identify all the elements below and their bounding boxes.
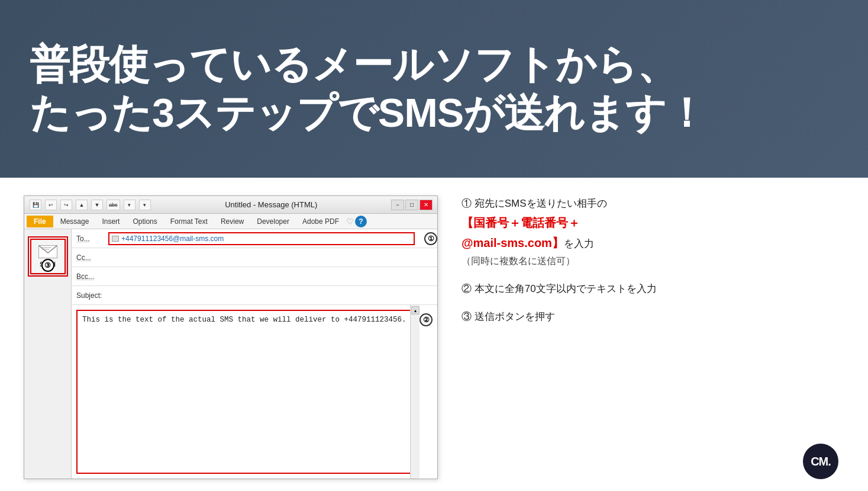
compose-body: Send ③ To... +447911123456@mail-sms.com bbox=[24, 229, 437, 479]
abc-label: abc bbox=[107, 200, 120, 210]
to-field-row: To... +447911123456@mail-sms.com ① bbox=[72, 229, 437, 248]
maximize-button[interactable]: □ bbox=[405, 200, 418, 210]
title-bar-title: Untitled - Message (HTML) bbox=[225, 200, 317, 209]
step3-info: ③ 送信ボタンを押す bbox=[462, 309, 838, 326]
bcc-label[interactable]: Bcc... bbox=[72, 270, 107, 283]
envelope-icon bbox=[38, 245, 57, 258]
title-bar-left: 💾 ↩ ↪ ▲ ▼ abc ▾ ▾ bbox=[29, 200, 151, 210]
undo-icon[interactable]: ↩ bbox=[45, 200, 57, 210]
step3-text: 送信ボタンを押す bbox=[475, 311, 555, 322]
cc-input[interactable] bbox=[107, 251, 437, 264]
step1-text: 宛先にSMSを送りたい相手の bbox=[475, 198, 607, 209]
info-section: ① 宛先にSMSを送りたい相手の 【国番号＋電話番号＋ @mail-sms.co… bbox=[456, 195, 844, 479]
subject-field-row: Subject: bbox=[72, 286, 437, 305]
heart-icon: ♡ bbox=[346, 217, 354, 226]
file-menu-button[interactable]: File bbox=[27, 216, 53, 227]
cc-label[interactable]: Cc... bbox=[72, 251, 107, 264]
bcc-field-row: Bcc... bbox=[72, 267, 437, 286]
step1-number: ① bbox=[462, 198, 472, 209]
step2-info: ② 本文に全角70文字以内でテキストを入力 bbox=[462, 281, 838, 298]
bottom-section: 💾 ↩ ↪ ▲ ▼ abc ▾ ▾ Untitled - Message (HT… bbox=[0, 178, 868, 491]
body-text-box[interactable]: This is the text of the actual SMS that … bbox=[76, 310, 415, 474]
to-email-value: +447911123456@mail-sms.com bbox=[121, 235, 224, 243]
step1-info: ① 宛先にSMSを送りたい相手の 【国番号＋電話番号＋ @mail-sms.co… bbox=[462, 195, 838, 270]
window-controls: － □ ✕ bbox=[391, 200, 433, 210]
email-tag-icon bbox=[112, 236, 119, 242]
message-menu-item[interactable]: Message bbox=[54, 216, 95, 227]
adobe-pdf-menu-item[interactable]: Adobe PDF bbox=[296, 216, 345, 227]
send-step-number: ③ bbox=[41, 259, 54, 272]
developer-menu-item[interactable]: Developer bbox=[251, 216, 295, 227]
step1-highlight-start: 【国番号＋電話番号＋ bbox=[462, 216, 580, 229]
redo-icon[interactable]: ↪ bbox=[60, 200, 72, 210]
cm-logo: CM. bbox=[803, 444, 838, 479]
header-text: 普段使っているメールソフトから、 たった3ステップでSMSが送れます！ bbox=[30, 40, 706, 137]
toolbar: 💾 ↩ ↪ ▲ ▼ abc ▾ ▾ bbox=[29, 200, 151, 210]
step1-sub-note: （同時に複数名に送信可） bbox=[462, 256, 575, 266]
insert-menu-item[interactable]: Insert bbox=[96, 216, 125, 227]
header-line1: 普段使っているメールソフトから、 bbox=[30, 40, 706, 89]
format-text-menu-item[interactable]: Format Text bbox=[164, 216, 214, 227]
to-label[interactable]: To... bbox=[72, 232, 107, 245]
step3-number: ③ bbox=[462, 311, 472, 322]
step1-circle: ① bbox=[424, 232, 437, 245]
send-button-area: Send ③ bbox=[24, 229, 72, 479]
help-button[interactable]: ? bbox=[355, 216, 367, 227]
bcc-input[interactable] bbox=[107, 270, 437, 283]
subject-label: Subject: bbox=[72, 289, 107, 302]
body-text-area: This is the text of the actual SMS that … bbox=[72, 305, 437, 479]
scrollbar: ▴ bbox=[410, 305, 420, 479]
step2-number: ② bbox=[462, 283, 472, 294]
step1-highlight-mid: @mail-sms.com】 bbox=[462, 236, 564, 249]
email-client-mockup: 💾 ↩ ↪ ▲ ▼ abc ▾ ▾ Untitled - Message (HT… bbox=[24, 195, 438, 479]
step2-text: 本文に全角70文字以内でテキストを入力 bbox=[475, 283, 657, 294]
minimize-button[interactable]: － bbox=[391, 200, 404, 210]
review-menu-item[interactable]: Review bbox=[215, 216, 250, 227]
to-field-content: +447911123456@mail-sms.com bbox=[108, 232, 415, 245]
close-button[interactable]: ✕ bbox=[420, 200, 433, 210]
cc-field-row: Cc... bbox=[72, 248, 437, 267]
subject-input[interactable] bbox=[107, 289, 437, 302]
save-icon[interactable]: 💾 bbox=[30, 200, 41, 210]
cm-logo-text: CM. bbox=[811, 455, 831, 468]
header-section: 普段使っているメールソフトから、 たった3ステップでSMSが送れます！ bbox=[0, 0, 868, 178]
step2-circle: ② bbox=[420, 313, 433, 326]
quick-access-icon[interactable]: ▾ bbox=[139, 200, 151, 210]
fields-area: To... +447911123456@mail-sms.com ① Cc... bbox=[72, 229, 437, 479]
title-bar: 💾 ↩ ↪ ▲ ▼ abc ▾ ▾ Untitled - Message (HT… bbox=[24, 196, 437, 214]
up-icon[interactable]: ▲ bbox=[76, 200, 88, 210]
dropdown-icon[interactable]: ▾ bbox=[124, 200, 135, 210]
scroll-up-button[interactable]: ▴ bbox=[411, 306, 420, 315]
options-menu-item[interactable]: Options bbox=[127, 216, 163, 227]
menu-bar: File Message Insert Options Format Text … bbox=[24, 214, 437, 229]
step1-highlight-end: を入力 bbox=[564, 238, 594, 249]
body-content: This is the text of the actual SMS that … bbox=[72, 305, 437, 479]
down-icon[interactable]: ▼ bbox=[91, 200, 103, 210]
header-line2: たった3ステップでSMSが送れます！ bbox=[30, 89, 706, 137]
compose-area: Send ③ To... +447911123456@mail-sms.com bbox=[24, 229, 437, 479]
